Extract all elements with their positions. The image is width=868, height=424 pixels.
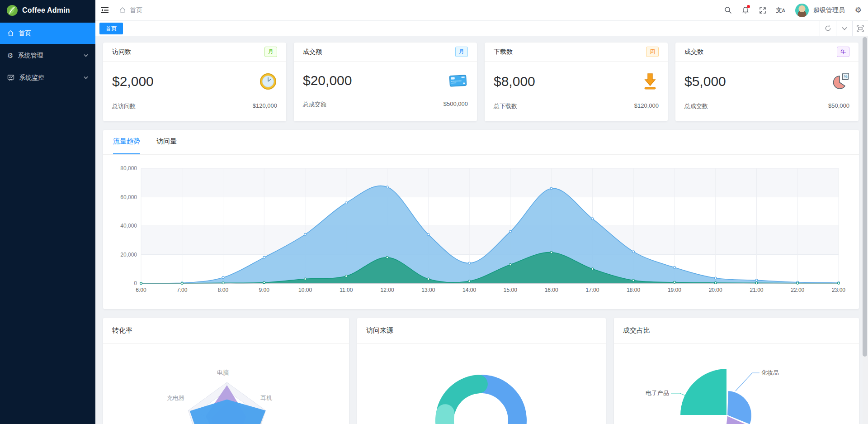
radar-chart: 电脑耳机充电器 (103, 344, 349, 424)
svg-text:10:00: 10:00 (298, 287, 312, 293)
stat-title: 成交数 (684, 48, 703, 56)
period-badge: 周 (646, 47, 659, 57)
leaf-logo-icon (6, 5, 18, 16)
sidebar: Coffee Admin 首页 ⚙ 系统管理 系统监控 (0, 0, 95, 424)
card-title: 访问来源 (357, 318, 606, 344)
scrollbar-track[interactable] (863, 36, 868, 424)
svg-text:化妆品: 化妆品 (761, 369, 779, 376)
notification-bell-icon[interactable] (742, 6, 749, 14)
period-badge: 月 (264, 47, 277, 57)
stat-value: $8,000 (494, 74, 535, 89)
app-title: Coffee Admin (22, 6, 70, 14)
maximize-icon[interactable] (852, 21, 868, 36)
breadcrumb[interactable]: 首页 (119, 6, 142, 14)
translate-icon[interactable]: 文A (776, 6, 785, 14)
tags-view-bar: 首页 (95, 21, 868, 36)
stat-value: $20,000 (303, 73, 352, 88)
area-chart: 020,00040,00060,00080,0006:007:008:009:0… (103, 155, 859, 309)
download-icon (642, 72, 659, 91)
stat-card-downloads: 下载数 周 $8,000 总下载数 $120,000 (485, 43, 668, 121)
stat-title: 成交额 (303, 48, 322, 56)
svg-text:18:00: 18:00 (627, 287, 640, 293)
rose-pie-chart: 电子产品化妆品 (614, 344, 859, 424)
svg-text:16:00: 16:00 (545, 287, 558, 293)
sidebar-item-system-monitor[interactable]: 系统监控 (0, 67, 95, 88)
app-logo[interactable]: Coffee Admin (0, 0, 95, 21)
svg-text:9:00: 9:00 (259, 287, 270, 293)
card-title: 成交占比 (614, 318, 859, 344)
stat-foot-value: $50,000 (828, 102, 849, 110)
tab-traffic-trend[interactable]: 流量趋势 (113, 137, 140, 154)
stat-card-visits: 访问数 月 $2,000 总访问数 $120,000 (103, 43, 286, 121)
tabs-chevron-down-icon[interactable] (836, 21, 852, 36)
settings-gear-icon[interactable]: ⚙ (855, 5, 862, 15)
stat-title: 下载数 (494, 48, 513, 56)
sidebar-collapse-icon[interactable] (101, 7, 109, 14)
svg-text:15:00: 15:00 (504, 287, 517, 293)
stat-card-turnover: 成交额 月 $20,000 总成交额 $500,000 (294, 43, 477, 121)
stat-foot-label: 总成交额 (303, 100, 326, 109)
sidebar-item-home[interactable]: 首页 (0, 23, 95, 44)
svg-text:20,000: 20,000 (120, 252, 137, 258)
notification-badge-dot (747, 5, 750, 8)
clock-icon (259, 72, 277, 91)
home-icon (119, 7, 126, 14)
fullscreen-icon[interactable] (759, 7, 766, 14)
search-icon[interactable] (724, 6, 732, 14)
svg-text:21:00: 21:00 (750, 287, 763, 293)
stat-value: $5,000 (684, 74, 726, 89)
svg-text:8:00: 8:00 (218, 287, 229, 293)
donut-chart (357, 344, 606, 424)
svg-text:60,000: 60,000 (120, 194, 137, 200)
avatar[interactable] (795, 4, 809, 17)
stat-foot-label: 总下载数 (494, 102, 517, 110)
tab-visit-volume[interactable]: 访问量 (156, 137, 177, 154)
card-title: 转化率 (103, 318, 349, 344)
top-navbar: 首页 文A 超级管理员 ⚙ (95, 0, 868, 21)
svg-text:电子产品: 电子产品 (646, 390, 669, 396)
stat-card-deals: 成交数 年 $5,000 % 总成交数 $50,000 (675, 43, 859, 121)
svg-text:23:00: 23:00 (832, 287, 845, 293)
deal-share-card: 成交占比 电子产品化妆品 (614, 318, 859, 424)
stat-foot-label: 总成交数 (684, 102, 708, 110)
svg-text:电脑: 电脑 (217, 369, 229, 376)
pie-icon: % (830, 72, 849, 91)
svg-text:20:00: 20:00 (709, 287, 722, 293)
svg-text:19:00: 19:00 (668, 287, 681, 293)
sidebar-item-label: 系统管理 (18, 52, 43, 60)
stat-value: $2,000 (112, 74, 154, 89)
chart-tabs: 流量趋势 访问量 (103, 130, 859, 155)
svg-text:13:00: 13:00 (421, 287, 435, 293)
svg-text:耳机: 耳机 (260, 395, 272, 401)
svg-text:17:00: 17:00 (585, 287, 599, 293)
svg-text:%: % (844, 74, 847, 79)
scrollbar-thumb[interactable] (863, 37, 867, 357)
stat-foot-value: $120,000 (634, 102, 659, 110)
bank-card-icon (448, 72, 468, 89)
svg-text:充电器: 充电器 (167, 395, 184, 401)
breadcrumb-home: 首页 (130, 6, 142, 14)
sidebar-item-system-admin[interactable]: ⚙ 系统管理 (0, 45, 95, 66)
traffic-trend-card: 流量趋势 访问量 020,00040,00060,00080,0006:007:… (103, 130, 859, 309)
chevron-down-icon (84, 54, 88, 57)
tab-home[interactable]: 首页 (99, 23, 123, 34)
svg-text:11:00: 11:00 (340, 287, 353, 293)
svg-text:14:00: 14:00 (462, 287, 476, 293)
stat-title: 访问数 (112, 48, 131, 56)
home-icon (7, 30, 14, 37)
stat-foot-label: 总访问数 (112, 102, 136, 110)
visit-source-card: 访问来源 (357, 318, 606, 424)
stat-foot-value: $120,000 (253, 102, 277, 110)
period-badge: 月 (455, 47, 468, 57)
svg-text:40,000: 40,000 (120, 223, 137, 229)
sidebar-item-label: 系统监控 (19, 74, 44, 82)
chevron-down-icon (84, 76, 88, 79)
sidebar-item-label: 首页 (19, 29, 31, 38)
svg-text:7:00: 7:00 (177, 287, 188, 293)
gear-icon: ⚙ (7, 52, 13, 59)
period-badge: 年 (837, 47, 849, 57)
refresh-icon[interactable] (820, 21, 836, 36)
stat-foot-value: $500,000 (443, 100, 468, 109)
username[interactable]: 超级管理员 (813, 6, 845, 14)
svg-text:6:00: 6:00 (136, 287, 146, 293)
